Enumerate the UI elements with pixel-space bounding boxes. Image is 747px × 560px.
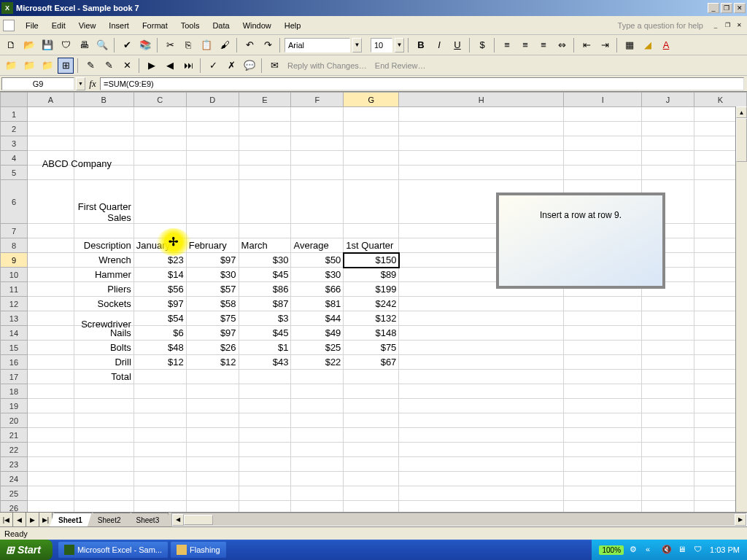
col-header-K[interactable]: K (694, 93, 747, 107)
cell-E14[interactable]: $45 (239, 326, 291, 341)
col-header-G[interactable]: G (344, 93, 399, 107)
cell-E25[interactable] (239, 486, 291, 501)
cell-F9[interactable]: $50 (291, 253, 344, 268)
cell-F12[interactable]: $81 (291, 297, 344, 311)
cell-F20[interactable] (291, 413, 344, 428)
cell-C4[interactable] (133, 151, 186, 166)
menu-edit[interactable]: Edit (45, 19, 72, 32)
cell-B16[interactable]: Drill (74, 355, 133, 370)
cell-D8[interactable]: February (186, 238, 239, 253)
cell-A16[interactable] (27, 355, 74, 370)
spelling-icon[interactable]: ✔ (119, 37, 135, 53)
cell-C12[interactable]: $97 (133, 297, 186, 311)
print-icon[interactable]: 🖶 (76, 37, 92, 53)
cell-C15[interactable]: $48 (133, 341, 186, 355)
row-header-8[interactable]: 8 (1, 238, 28, 253)
cell-I24[interactable] (564, 472, 642, 486)
cell-E6[interactable] (239, 180, 291, 224)
cell-J3[interactable] (642, 136, 694, 151)
cell-J12[interactable] (642, 297, 694, 311)
cell-E15[interactable]: $1 (239, 341, 291, 355)
cell-C2[interactable] (133, 122, 186, 136)
borders-icon[interactable]: ▦ (622, 37, 638, 53)
cell-G23[interactable] (344, 457, 399, 472)
row-header-15[interactable]: 15 (1, 341, 28, 355)
cell-E18[interactable] (239, 384, 291, 399)
cell-F3[interactable] (291, 136, 344, 151)
menu-format[interactable]: Format (136, 19, 174, 32)
start-button[interactable]: ⊞ Start (0, 540, 53, 560)
col-header-H[interactable]: H (399, 93, 564, 107)
name-box[interactable]: G9 (1, 77, 74, 90)
cell-F15[interactable]: $25 (291, 341, 344, 355)
cell-H17[interactable] (399, 370, 564, 384)
cell-B4[interactable]: ABCD Company (74, 151, 133, 166)
tb2-icon-11[interactable]: ✓ (205, 58, 221, 74)
cell-E4[interactable] (239, 151, 291, 166)
row-header-25[interactable]: 25 (1, 486, 28, 501)
undo-icon[interactable]: ↶ (241, 37, 258, 53)
cell-C16[interactable]: $12 (133, 355, 186, 370)
tb2-icon-13[interactable]: 💬 (241, 58, 258, 74)
cell-C23[interactable] (133, 457, 186, 472)
cell-A25[interactable] (27, 486, 74, 501)
cell-I2[interactable] (564, 122, 642, 136)
sheet-tab-2[interactable]: Sheet2 (89, 513, 131, 526)
cell-J4[interactable] (642, 151, 694, 166)
cell-A10[interactable] (27, 268, 74, 282)
cell-A18[interactable] (27, 384, 74, 399)
cell-B17[interactable]: Total (74, 370, 133, 384)
menu-view[interactable]: View (72, 19, 103, 32)
format-painter-icon[interactable]: 🖌 (217, 37, 233, 53)
cell-I5[interactable] (564, 166, 642, 180)
cell-B13[interactable]: Screwdriver (74, 311, 133, 326)
cell-I14[interactable] (564, 326, 642, 341)
cell-G19[interactable] (344, 399, 399, 413)
cell-G25[interactable] (344, 486, 399, 501)
merge-center-icon[interactable]: ⇔ (554, 37, 570, 53)
cell-F21[interactable] (291, 428, 344, 443)
cell-D6[interactable] (186, 180, 239, 224)
cell-G12[interactable]: $242 (344, 297, 399, 311)
font-color-icon[interactable]: A (658, 37, 674, 53)
vertical-scrollbar[interactable]: ▲ ▼ (735, 106, 747, 529)
cell-D22[interactable] (186, 443, 239, 457)
cell-G10[interactable]: $89 (344, 268, 399, 282)
cell-I4[interactable] (564, 151, 642, 166)
cell-C20[interactable] (133, 413, 186, 428)
cell-B11[interactable]: Pliers (74, 282, 133, 297)
cell-A19[interactable] (27, 399, 74, 413)
cell-G20[interactable] (344, 413, 399, 428)
cell-D4[interactable] (186, 151, 239, 166)
cell-I19[interactable] (564, 399, 642, 413)
cell-H12[interactable] (399, 297, 564, 311)
cell-H15[interactable] (399, 341, 564, 355)
doc-restore-button[interactable]: ❐ (722, 21, 732, 30)
tray-icon-3[interactable]: 🔇 (662, 545, 672, 555)
cell-H1[interactable] (399, 107, 564, 122)
cell-D18[interactable] (186, 384, 239, 399)
cell-A7[interactable] (27, 224, 74, 238)
tb2-icon-6[interactable]: ✎ (101, 58, 117, 74)
cell-A17[interactable] (27, 370, 74, 384)
bold-icon[interactable]: B (413, 37, 429, 53)
cell-H13[interactable] (399, 311, 564, 326)
cell-F24[interactable] (291, 472, 344, 486)
cell-B18[interactable] (74, 384, 133, 399)
cell-D11[interactable]: $57 (186, 282, 239, 297)
tb2-icon-1[interactable]: 📁 (3, 58, 19, 74)
doc-minimize-button[interactable]: _ (711, 21, 721, 30)
cell-A6[interactable] (27, 180, 74, 224)
cell-F22[interactable] (291, 443, 344, 457)
tb2-icon-9[interactable]: ◀ (162, 58, 178, 74)
tb2-icon-10[interactable]: ⏭ (180, 58, 196, 74)
cell-I25[interactable] (564, 486, 642, 501)
cell-I23[interactable] (564, 457, 642, 472)
underline-icon[interactable]: U (449, 37, 465, 53)
cell-H25[interactable] (399, 486, 564, 501)
cell-A14[interactable] (27, 326, 74, 341)
tray-icon-1[interactable]: ⚙ (630, 545, 640, 555)
tray-icon-2[interactable]: « (646, 545, 656, 555)
menu-file[interactable]: File (19, 19, 45, 32)
cell-B24[interactable] (74, 472, 133, 486)
